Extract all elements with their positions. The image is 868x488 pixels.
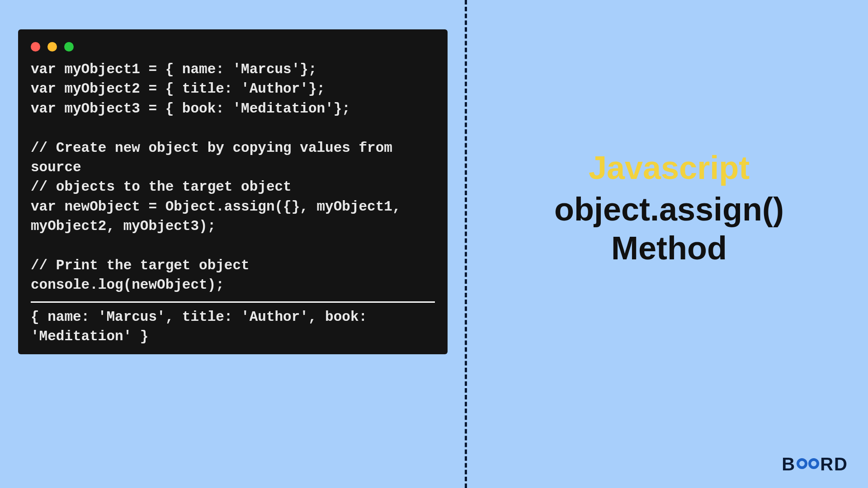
title-line-2: object.assign() xyxy=(488,190,850,229)
code-output: { name: 'Marcus', title: 'Author', book:… xyxy=(18,307,448,347)
minimize-icon xyxy=(47,42,57,52)
slide-title: Javascript object.assign() Method xyxy=(488,149,850,268)
code-body: var myObject1 = { name: 'Marcus'}; var m… xyxy=(18,60,448,295)
infinity-icon xyxy=(797,458,819,471)
code-window: var myObject1 = { name: 'Marcus'}; var m… xyxy=(18,29,448,354)
logo-suffix: RD xyxy=(820,454,848,474)
title-line-3: Method xyxy=(488,229,850,267)
maximize-icon xyxy=(64,42,74,52)
close-icon xyxy=(31,42,40,52)
vertical-divider xyxy=(465,0,467,488)
title-line-1: Javascript xyxy=(488,149,850,186)
brand-logo: B RD xyxy=(782,454,848,474)
logo-prefix: B xyxy=(782,454,796,474)
traffic-lights xyxy=(18,29,448,60)
code-output-divider xyxy=(31,301,435,303)
